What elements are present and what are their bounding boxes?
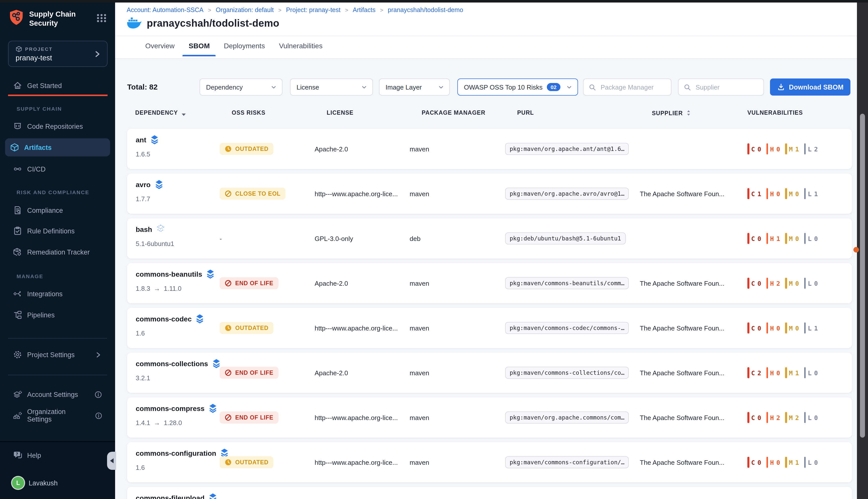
column-header-supplier[interactable]: SUPPLIER — [652, 110, 690, 116]
column-header-license[interactable]: LICENSE — [327, 110, 354, 116]
sidebar-item-account-settings[interactable]: Account Settings — [8, 385, 108, 403]
filter-dropdown-image-layer[interactable]: Image Layer — [379, 78, 450, 96]
version-from: 1.6 — [136, 464, 145, 471]
breadcrumb-link-3[interactable]: Artifacts — [353, 7, 375, 14]
purl-value[interactable]: pkg:deb/ubuntu/bash@5.1-6ubuntu1 — [505, 232, 626, 244]
purl-value[interactable]: pkg:maven/commons-collections/co… — [505, 367, 629, 379]
dependency-label: commons-beanutils — [136, 270, 202, 278]
sidebar-item-compliance[interactable]: Compliance — [8, 201, 108, 219]
column-header-vulnerabilities[interactable]: VULNERABILITIES — [747, 110, 803, 116]
purl-value[interactable]: pkg:maven/commons-beanutils/comm… — [505, 277, 629, 289]
layers-icon — [209, 493, 217, 499]
purl-value[interactable]: pkg:maven/org.apache.commons/com… — [505, 412, 629, 424]
severity-number: 0 — [814, 235, 818, 242]
ban-icon — [225, 414, 232, 421]
breadcrumb-link-0[interactable]: Account: Automation-SSCA — [127, 7, 203, 14]
oss-risk-badge: OUTDATED — [219, 143, 274, 155]
table-row-ant[interactable]: ant1.6.5OUTDATEDApache-2.0mavenpkg:maven… — [127, 129, 852, 169]
package-manager-input[interactable] — [600, 80, 669, 95]
dependency-name[interactable]: commons-configuration — [136, 448, 229, 458]
sidebar-item-ci-cd[interactable]: CI/CD — [8, 160, 108, 178]
table-header: DEPENDENCYOSS RISKSLICENSEPACKAGE MANAGE… — [115, 110, 857, 121]
table-row-commons-compress[interactable]: commons-compress1.4.1→1.28.0END OF LIFEh… — [127, 398, 852, 438]
breadcrumb-separator: > — [345, 7, 348, 13]
sidebar-item-rule-definitions[interactable]: Rule Definitions — [8, 222, 108, 240]
supplier-input[interactable] — [695, 80, 762, 95]
filter-dropdown-license[interactable]: License — [290, 78, 373, 96]
user-menu[interactable]: L Lavakush — [12, 476, 58, 490]
sidebar-item-artifacts[interactable]: Artifacts — [5, 138, 110, 156]
vulnerabilities-cell: C0H2M2L0 — [747, 398, 818, 438]
severity-number: 1 — [795, 459, 799, 466]
dependency-name[interactable]: avro — [136, 180, 163, 189]
sort-caret-down-icon — [181, 111, 186, 114]
sidebar-collapse-handle[interactable] — [107, 452, 116, 470]
severity-bar — [804, 412, 806, 423]
table-row-avro[interactable]: avro1.7.7CLOSE TO EOLhttp---www.apache.o… — [127, 173, 852, 214]
tab-overview[interactable]: Overview — [145, 40, 175, 56]
supplier-search — [678, 78, 764, 96]
sidebar-item-get-started[interactable]: Get Started — [8, 76, 108, 95]
purl-value[interactable]: pkg:maven/org.apache.avro/avro@1… — [505, 187, 629, 200]
clock-icon — [225, 459, 232, 466]
sidebar-item-integrations[interactable]: Integrations — [8, 285, 108, 303]
sidebar-item-help[interactable]: ? Help — [13, 446, 41, 464]
tab-vulnerabilities[interactable]: Vulnerabilities — [279, 40, 323, 56]
dependency-name[interactable]: commons-codec — [136, 314, 204, 324]
sidebar-item-organization-settings[interactable]: Organization Settings — [8, 406, 108, 425]
filter-dropdown-owasp-oss-top-10-risks[interactable]: OWASP OSS Top 10 Risks02 — [457, 78, 578, 96]
dependency-name[interactable]: commons-fileupload — [136, 493, 217, 499]
breadcrumb-link-2[interactable]: Project: pranay-test — [286, 7, 340, 14]
table-row-commons-beanutils[interactable]: commons-beanutils1.8.3→1.11.0END OF LIFE… — [127, 263, 852, 303]
app-switcher-grid-icon[interactable] — [96, 12, 107, 23]
sidebar-item-remediation-tracker[interactable]: Remediation Tracker — [8, 243, 108, 261]
purl-value[interactable]: pkg:maven/commons-codec/commons-… — [505, 322, 629, 334]
table-row-commons-fileupload[interactable]: commons-fileuploadEND OF LIFEApache-2.0m… — [127, 487, 852, 499]
column-header-purl[interactable]: PURL — [517, 110, 534, 116]
dependency-name[interactable]: commons-collections — [136, 358, 221, 368]
severity-letter: C — [751, 190, 755, 197]
table-row-commons-configuration[interactable]: commons-configuration1.6OUTDATEDhttp---w… — [127, 442, 852, 483]
tab-sbom[interactable]: SBOM — [189, 40, 210, 56]
filter-dropdown-dependency[interactable]: Dependency — [200, 78, 282, 96]
severity-letter: H — [770, 279, 774, 287]
dependency-name[interactable]: commons-compress — [136, 403, 217, 413]
sidebar-item-code-repositories[interactable]: Code Repositories — [8, 117, 108, 135]
breadcrumb-link-1[interactable]: Organization: default — [216, 7, 274, 14]
column-header-oss-risks[interactable]: OSS RISKS — [232, 110, 265, 116]
table-row-commons-collections[interactable]: commons-collections3.2.1END OF LIFEApach… — [127, 353, 852, 393]
table-row-commons-codec[interactable]: commons-codec1.6OUTDATEDhttp---www.apach… — [127, 308, 852, 348]
severity-bar — [747, 233, 749, 244]
dependency-name[interactable]: ant — [136, 135, 159, 144]
tab-deployments[interactable]: Deployments — [224, 40, 265, 56]
sidebar-item-pipelines[interactable]: Pipelines — [8, 306, 108, 324]
severity-bar — [766, 278, 768, 289]
scrollbar-thumb[interactable] — [860, 114, 865, 438]
severity-bar — [766, 367, 768, 378]
sidebar-item-project-settings[interactable]: Project Settings — [8, 345, 108, 364]
vuln-M-count: M2 — [785, 412, 799, 423]
project-selector[interactable]: PROJECT pranay-test — [8, 41, 108, 67]
total-count: Total: 82 — [127, 78, 158, 96]
dependency-name[interactable]: bash — [136, 224, 165, 234]
column-header-dependency[interactable]: DEPENDENCY — [135, 110, 186, 116]
vulnerability-counts: C1H0M0L1 — [747, 188, 818, 199]
severity-bar — [747, 188, 749, 199]
column-header-package-manager[interactable]: PACKAGE MANAGER — [422, 110, 486, 116]
column-label: DEPENDENCY — [135, 110, 178, 116]
severity-bar — [747, 322, 749, 333]
vulnerabilities-cell: C0H0M1L2 — [747, 129, 818, 169]
oss-risk-label: CLOSE TO EOL — [235, 191, 280, 197]
code-repo-icon — [13, 122, 22, 131]
table-row-bash[interactable]: bash5.1-6ubuntu1-GPL-3.0-onlydebpkg:deb/… — [127, 218, 852, 258]
purl-cell: pkg:maven/commons-configuration/… — [505, 442, 629, 483]
vuln-H-count: H0 — [766, 322, 780, 333]
vuln-C-count: C0 — [747, 233, 761, 244]
purl-value[interactable]: pkg:maven/commons-configuration/… — [505, 456, 629, 468]
vuln-H-count: H2 — [766, 412, 780, 423]
dependency-name[interactable]: commons-beanutils — [136, 269, 215, 279]
purl-value[interactable]: pkg:maven/org.apache.ant/ant@1.6… — [505, 143, 629, 155]
download-sbom-button[interactable]: Download SBOM — [770, 78, 851, 96]
severity-bar — [804, 367, 806, 378]
breadcrumb-link-4[interactable]: pranaycshah/todolist-demo — [388, 7, 463, 14]
